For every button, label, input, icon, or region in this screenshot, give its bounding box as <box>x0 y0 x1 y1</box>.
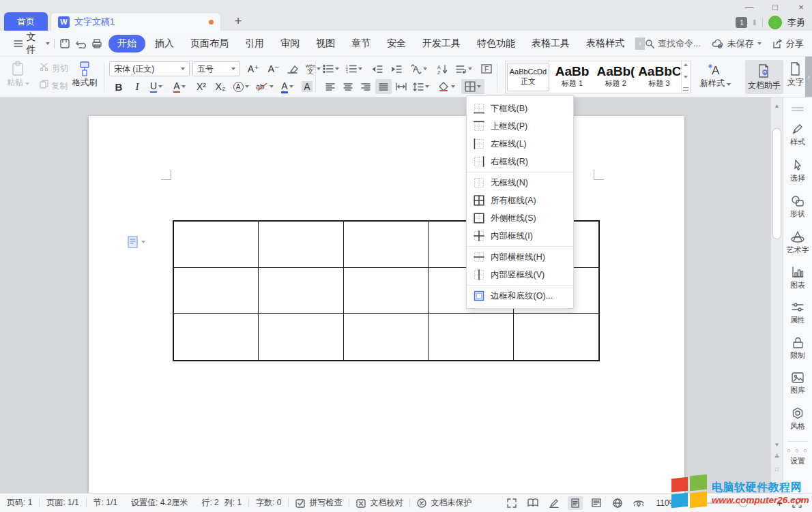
menu-item-borders-and-shading[interactable]: 边框和底纹(O)... <box>467 287 573 305</box>
menu-item-no-border[interactable]: 无框线(N) <box>467 174 573 192</box>
cut-button[interactable]: 剪切 <box>40 63 68 74</box>
file-menu[interactable]: 文件 <box>14 31 50 56</box>
style-normal[interactable]: AaBbCcDd 正文 <box>507 63 549 91</box>
table-cell[interactable] <box>514 314 598 360</box>
fullscreen-view-button[interactable] <box>504 496 519 510</box>
style-heading1[interactable]: AaBb 标题 1 <box>551 61 594 93</box>
superscript-button[interactable]: X² <box>192 79 210 94</box>
text-typeset-button[interactable]: 文字 <box>787 61 804 88</box>
decrease-font-button[interactable]: A⁻ <box>265 61 282 76</box>
frame-button[interactable]: F <box>478 61 495 76</box>
menu-item-top-border[interactable]: 上框线(P) <box>467 117 573 135</box>
previous-page-button[interactable]: ≜ <box>771 453 783 460</box>
minimize-button[interactable]: — <box>744 2 755 12</box>
status-word-count[interactable]: 字数: 0 <box>249 497 288 509</box>
align-center-button[interactable] <box>340 79 356 94</box>
text-effects-button[interactable]: A <box>231 79 251 94</box>
font-color-button[interactable]: A <box>277 79 298 94</box>
underline-button[interactable]: U <box>146 79 166 94</box>
status-page-number[interactable]: 页码: 1 <box>0 497 39 509</box>
gallery-scroll-up[interactable] <box>684 63 688 66</box>
sidebar-item-properties[interactable]: 属性 <box>783 302 812 325</box>
read-layout-button[interactable] <box>525 496 540 510</box>
menu-item-inside-vertical-border[interactable]: 内部竖框线(V) <box>467 266 573 284</box>
shading-button[interactable] <box>435 79 457 94</box>
distribute-button[interactable] <box>393 79 409 94</box>
justify-button[interactable] <box>375 79 392 94</box>
decrease-indent-button[interactable] <box>368 61 386 76</box>
status-setting-value[interactable]: 设置值: 4.2厘米 <box>124 497 194 509</box>
menu-tab-section[interactable]: 章节 <box>345 35 377 52</box>
web-layout-button[interactable] <box>610 496 625 510</box>
user-name[interactable]: 李勇 <box>787 16 805 29</box>
menu-item-inside-horizontal-border[interactable]: 内部横框线(H) <box>467 248 573 266</box>
align-right-button[interactable] <box>358 79 374 94</box>
menu-tab-view[interactable]: 视图 <box>309 35 342 52</box>
close-button[interactable]: × <box>796 2 807 12</box>
borders-button[interactable] <box>461 79 484 94</box>
save-button[interactable] <box>59 37 71 50</box>
menu-item-right-border[interactable]: 右框线(R) <box>467 153 573 170</box>
toolbar-expand-strip[interactable]: › <box>805 57 812 97</box>
menu-item-all-borders[interactable]: 所有框线(A) <box>467 192 573 209</box>
table-cell[interactable] <box>344 222 429 268</box>
table-cell[interactable] <box>429 314 513 360</box>
doc-proof-toggle[interactable]: 文档校对 <box>349 497 409 509</box>
char-shading-button[interactable]: A <box>299 79 315 94</box>
numbered-list-button[interactable]: 123 <box>344 61 364 76</box>
user-avatar[interactable] <box>768 16 782 29</box>
menu-overflow-button[interactable]: › <box>635 37 645 50</box>
menu-item-outside-borders[interactable]: 外侧框线(S) <box>467 209 573 227</box>
menu-tab-security[interactable]: 安全 <box>380 35 413 52</box>
line-spacing-button[interactable] <box>411 79 431 94</box>
sidebar-item-restrict[interactable]: 限制 <box>783 337 812 361</box>
document-page[interactable] <box>89 116 684 493</box>
vertical-scrollbar[interactable]: ▲ ▼ ≜ □ <box>771 97 783 493</box>
bullet-list-button[interactable] <box>321 61 341 76</box>
menu-tab-table-style[interactable]: 表格样式 <box>579 35 631 52</box>
browse-object-button[interactable]: □ <box>771 466 783 472</box>
table-cell[interactable] <box>259 222 343 268</box>
tab-home[interactable]: 首页 <box>4 12 48 31</box>
print-button[interactable] <box>91 37 103 50</box>
tab-document[interactable]: W 文字文稿1 <box>50 12 221 31</box>
sidebar-item-chart[interactable]: 图表 <box>783 267 812 290</box>
sidebar-item-select[interactable]: 选择 <box>783 159 812 183</box>
new-tab-button[interactable]: + <box>231 14 246 29</box>
table-cell[interactable] <box>174 222 259 268</box>
menu-item-left-border[interactable]: 左框线(L) <box>467 135 573 153</box>
show-marks-button[interactable] <box>453 61 475 76</box>
align-left-button[interactable] <box>322 79 338 94</box>
cloud-save-status[interactable]: 未保存 <box>712 37 762 50</box>
print-layout-button[interactable] <box>568 496 583 510</box>
find-command-search[interactable]: 查找命令... <box>645 37 701 50</box>
style-heading2[interactable]: AaBb( 标题 2 <box>594 61 638 93</box>
increase-font-button[interactable]: A⁺ <box>244 61 262 76</box>
subscript-button[interactable]: X₂ <box>212 79 229 94</box>
scroll-up-button[interactable]: ▲ <box>771 103 783 109</box>
format-painter-button[interactable]: 格式刷 <box>72 61 97 89</box>
scrollbar-thumb[interactable] <box>772 128 781 239</box>
font-size-select[interactable]: 五号 <box>192 61 240 76</box>
gallery-expand[interactable] <box>683 87 688 91</box>
status-pages[interactable]: 页面: 1/1 <box>40 497 85 509</box>
paste-button[interactable]: 粘贴 <box>7 61 29 89</box>
font-name-select[interactable]: 宋体 (正文) <box>109 61 190 76</box>
sidebar-item-styles[interactable]: 样式 <box>783 123 812 147</box>
menu-item-inside-borders[interactable]: 内部框线(I) <box>467 227 573 245</box>
menu-tab-references[interactable]: 引用 <box>238 35 271 52</box>
menu-item-bottom-border[interactable]: 下框线(B) <box>467 100 573 117</box>
table-cell[interactable] <box>259 268 343 314</box>
eye-protect-button[interactable] <box>631 496 646 510</box>
scroll-down-button[interactable]: ▼ <box>771 442 783 448</box>
sidebar-item-settings[interactable]: ○ ○ ○ 设置 <box>783 447 812 466</box>
italic-button[interactable]: I <box>130 79 145 94</box>
table-cell[interactable] <box>344 268 429 314</box>
maximize-button[interactable]: □ <box>770 2 781 12</box>
bold-button[interactable]: B <box>111 79 127 94</box>
clear-format-button[interactable] <box>284 61 302 76</box>
sidebar-item-gallery[interactable]: 图库 <box>783 372 812 395</box>
gallery-scroll-down[interactable] <box>684 76 688 78</box>
increase-indent-button[interactable] <box>388 61 405 76</box>
menu-tab-special-features[interactable]: 特色功能 <box>470 35 522 52</box>
